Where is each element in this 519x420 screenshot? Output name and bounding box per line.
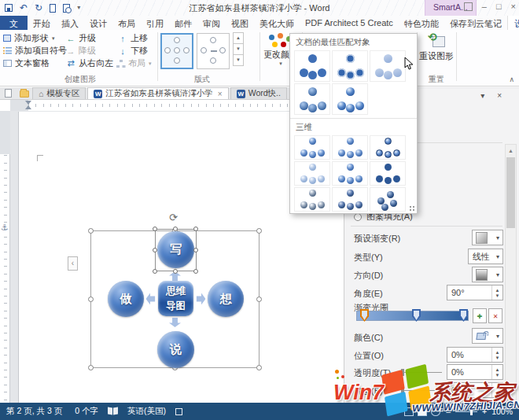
right-to-left-button[interactable]: ⇄ 从右向左 xyxy=(66,57,113,69)
smartart-node-right[interactable]: 想 xyxy=(208,281,244,317)
ribbon-tab[interactable]: 保存到云笔记 xyxy=(444,16,507,30)
shape-handle[interactable] xyxy=(153,269,157,274)
shape-handle[interactable] xyxy=(173,227,178,231)
scrollbar-up-icon[interactable]: ▲ xyxy=(506,145,516,157)
rotate-handle-icon[interactable]: ⟳ xyxy=(169,212,178,223)
macro-record-icon[interactable] xyxy=(175,408,182,415)
open-folder-icon[interactable] xyxy=(20,90,29,98)
tab-document-active[interactable]: W 江苏省如东县栟茶镇浒澪小学 × xyxy=(87,87,228,99)
tab-file[interactable]: 文件 xyxy=(0,16,28,30)
move-up-button[interactable]: ↑ 上移 xyxy=(118,32,148,44)
demote-button[interactable]: → 降级 xyxy=(66,45,96,57)
smartart-node-center[interactable]: 思维导图 xyxy=(158,281,193,316)
read-mode-icon[interactable] xyxy=(404,407,414,416)
ribbon-tab[interactable]: 特色功能 xyxy=(399,16,444,30)
smartart-style-thumbnail[interactable] xyxy=(332,187,368,212)
shape-handle[interactable] xyxy=(193,248,198,252)
smartart-style-thumbnail[interactable] xyxy=(370,135,406,160)
shape-handle[interactable] xyxy=(193,269,198,274)
pane-scrollbar[interactable]: ▲ xyxy=(505,144,517,403)
zoom-out-icon[interactable]: – xyxy=(444,407,452,416)
language-indicator[interactable]: 英语(美国) xyxy=(121,406,172,417)
promote-button[interactable]: ← 升级 xyxy=(66,32,96,44)
word-count[interactable]: 0 个字 xyxy=(68,406,105,417)
zoom-slider[interactable] xyxy=(455,411,477,412)
ribbon-tab[interactable]: 引用 xyxy=(141,16,169,30)
add-gradient-stop-button[interactable]: ✚ xyxy=(473,308,487,323)
pane-close-icon[interactable]: × xyxy=(497,91,502,100)
ribbon-tab[interactable]: 布局 xyxy=(112,16,141,30)
ribbon-tab[interactable]: 设计 xyxy=(84,16,112,30)
tab-template-zone[interactable]: ⌂ 模板专区 xyxy=(32,87,86,99)
layout-option-plus[interactable] xyxy=(160,33,193,69)
maximize-icon[interactable]: □ xyxy=(496,2,502,11)
smartart-style-thumbnail[interactable] xyxy=(332,50,368,82)
minimize-icon[interactable]: – xyxy=(482,2,487,11)
preset-gradients-picker[interactable]: ▾ xyxy=(472,230,503,245)
web-layout-icon[interactable] xyxy=(431,407,440,416)
gallery-more-icon[interactable]: ▼ xyxy=(233,54,244,66)
layout-option-cycle[interactable] xyxy=(197,33,230,69)
resize-handle[interactable] xyxy=(88,228,94,234)
smartart-style-thumbnail[interactable] xyxy=(370,187,406,212)
add-shape-button[interactable]: 添加形状▾ xyxy=(3,32,55,44)
move-down-button[interactable]: ↓ 下移 xyxy=(118,45,148,57)
ribbon-tab[interactable]: 开始 xyxy=(28,16,56,30)
smartart-style-thumbnail[interactable] xyxy=(332,83,368,115)
ribbon-tab[interactable]: 插入 xyxy=(56,16,84,30)
scrollbar-thumb[interactable] xyxy=(506,157,515,228)
tab-close-icon[interactable]: × xyxy=(218,90,223,98)
pane-menu-icon[interactable]: ▾ xyxy=(480,91,484,100)
resize-handle[interactable] xyxy=(256,365,262,370)
zoom-slider-thumb[interactable] xyxy=(470,408,473,415)
smartart-style-thumbnail[interactable] xyxy=(370,50,406,82)
smartart-style-thumbnail[interactable] xyxy=(332,135,368,160)
tab-document-other[interactable]: W Word快.. xyxy=(230,87,287,99)
collapse-ribbon-icon[interactable]: ∧ xyxy=(509,76,514,83)
ribbon-tab[interactable]: 视图 xyxy=(226,16,254,30)
add-bullet-button[interactable]: 添加项目符号 xyxy=(3,45,67,57)
smartart-style-thumbnail[interactable] xyxy=(294,187,330,212)
smartart-node-left[interactable]: 做 xyxy=(108,281,144,317)
position-spinner[interactable]: 0% ▲▼ xyxy=(447,347,503,363)
brightness-spinner[interactable]: 0% ▲▼ xyxy=(447,382,503,398)
print-layout-icon[interactable] xyxy=(418,407,427,416)
smartart-style-thumbnail[interactable] xyxy=(294,83,330,115)
ribbon-tab[interactable]: 审阅 xyxy=(197,16,226,30)
hanging-indent-marker[interactable] xyxy=(25,105,31,109)
shape-handle[interactable] xyxy=(153,248,157,252)
first-line-indent-marker[interactable] xyxy=(25,101,31,105)
ribbon-display-options-icon[interactable] xyxy=(464,2,473,11)
smartart-style-thumbnail[interactable] xyxy=(332,161,368,186)
zoom-in-icon[interactable]: + xyxy=(480,407,488,416)
reset-graphic-button[interactable]: 重设图形 xyxy=(419,33,454,62)
resize-handle[interactable] xyxy=(88,297,94,302)
text-pane-toggle-button[interactable]: ‹ xyxy=(68,256,78,271)
smartart-style-thumbnail[interactable] xyxy=(370,161,406,186)
vertical-ruler[interactable] xyxy=(0,111,10,403)
resize-handle[interactable] xyxy=(256,228,262,234)
angle-spinner[interactable]: 90° ▲▼ xyxy=(447,285,503,300)
smartart-style-thumbnail[interactable] xyxy=(294,50,330,82)
shape-handle[interactable] xyxy=(153,227,157,231)
close-icon[interactable]: × xyxy=(511,2,516,11)
resize-handle[interactable] xyxy=(88,365,94,370)
ribbon-tab[interactable]: 邮件 xyxy=(169,16,197,30)
brightness-slider[interactable] xyxy=(401,390,442,391)
page-indicator[interactable]: 第 2 页, 共 3 页 xyxy=(0,406,68,417)
transparency-slider[interactable] xyxy=(401,372,442,373)
text-pane-button[interactable]: 文本窗格 xyxy=(3,57,50,69)
zoom-level[interactable]: 100% xyxy=(488,407,519,416)
direction-picker[interactable]: ▾ xyxy=(472,267,503,282)
shape-handle[interactable] xyxy=(173,269,178,274)
type-select[interactable]: 线性 ▾ xyxy=(468,249,503,264)
layout-button[interactable]: 布局▾ xyxy=(116,57,152,69)
smartart-style-thumbnail[interactable] xyxy=(294,135,330,160)
smartart-style-thumbnail[interactable] xyxy=(294,161,330,186)
ribbon-tab[interactable]: PDF Architect 5 Creatc xyxy=(300,16,399,30)
transparency-spinner[interactable]: 0% ▲▼ xyxy=(447,364,503,380)
smartart-node-bottom[interactable]: 说 xyxy=(157,331,194,368)
shape-handle[interactable] xyxy=(193,227,198,231)
proofing-icon[interactable] xyxy=(108,407,118,415)
radio-icon[interactable] xyxy=(354,213,362,221)
